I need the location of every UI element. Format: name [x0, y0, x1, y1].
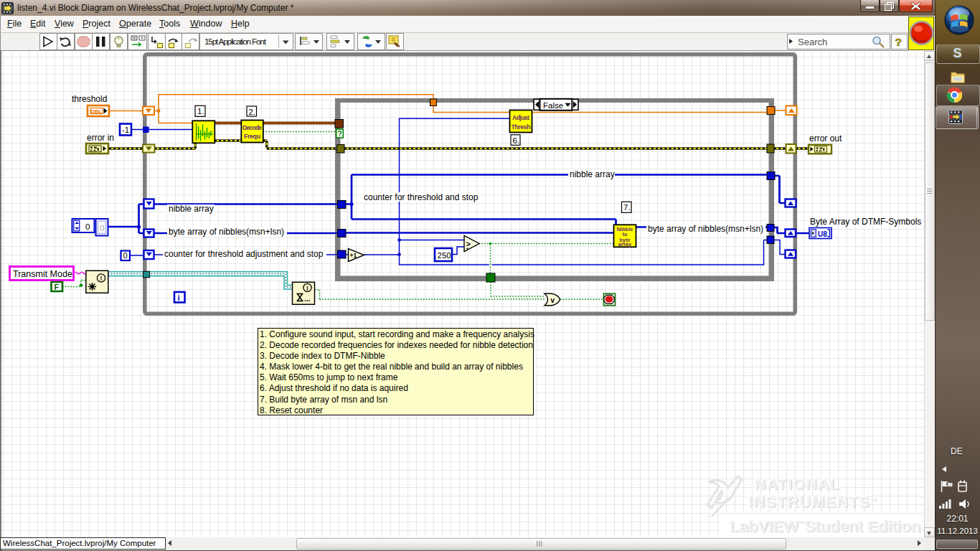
svg-text:counter for threshold adjustme: counter for threshold adjustment and sto…: [164, 249, 324, 259]
svg-text:-1: -1: [122, 126, 129, 134]
svg-text:Adjust: Adjust: [512, 114, 529, 121]
svg-text:v: v: [551, 296, 555, 304]
svg-text:...: ...: [304, 295, 311, 303]
svg-text:6.: 6.: [513, 136, 520, 145]
svg-text:+1: +1: [350, 252, 357, 259]
svg-text:!: !: [100, 275, 103, 282]
svg-text:nibble array: nibble array: [570, 169, 615, 179]
svg-text:error in: error in: [87, 133, 114, 143]
svg-text:Search: Search: [798, 37, 827, 47]
svg-text:error out: error out: [809, 133, 842, 143]
svg-text:7.: 7.: [623, 203, 631, 212]
svg-text:i: i: [178, 293, 180, 302]
svg-text:array: array: [618, 241, 632, 248]
svg-text:Decode: Decode: [242, 124, 262, 131]
svg-text:15pt Application Font: 15pt Application Font: [204, 37, 267, 47]
svg-text:False: False: [543, 101, 563, 110]
svg-text:DBL: DBL: [90, 108, 103, 115]
svg-text:byte array of nibbles(msn+lsn): byte array of nibbles(msn+lsn): [169, 227, 284, 237]
svg-text:nibble array: nibble array: [169, 204, 214, 214]
svg-text:F: F: [55, 283, 60, 291]
svg-text:>: >: [466, 240, 471, 248]
svg-text:Transmit Mode: Transmit Mode: [13, 269, 72, 279]
svg-text:Frequ: Frequ: [244, 133, 260, 140]
svg-text:byte array of nibbles(msn+lsn): byte array of nibbles(msn+lsn): [648, 224, 763, 234]
svg-text:?: ?: [895, 36, 902, 48]
svg-text:1.: 1.: [197, 107, 204, 116]
svg-text:U8: U8: [818, 230, 827, 238]
svg-text:250: 250: [438, 251, 451, 260]
svg-text:threshold: threshold: [72, 94, 107, 104]
svg-text:0: 0: [100, 224, 104, 232]
svg-text:0: 0: [85, 222, 90, 231]
svg-text:Thresh: Thresh: [512, 123, 531, 131]
svg-text:!: !: [306, 285, 308, 292]
svg-text:2.: 2.: [249, 108, 256, 116]
svg-text:counter for threshold and stop: counter for threshold and stop: [364, 192, 479, 202]
svg-text:0: 0: [123, 251, 128, 260]
svg-text:?: ?: [337, 129, 341, 138]
svg-text:Byte Array of DTMF-Symbols: Byte Array of DTMF-Symbols: [810, 217, 921, 227]
